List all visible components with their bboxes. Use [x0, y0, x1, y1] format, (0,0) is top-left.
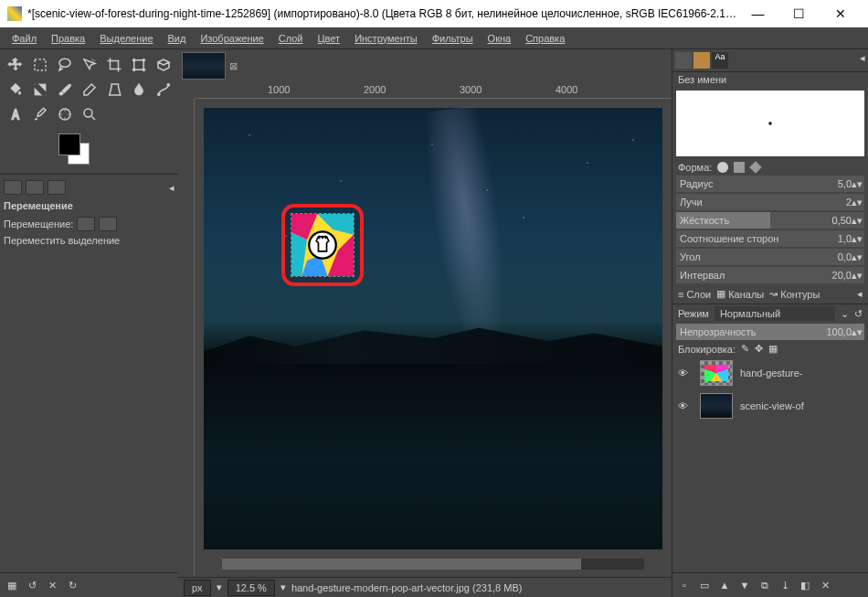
- shape-diamond[interactable]: [750, 161, 763, 174]
- menu-image[interactable]: Изображение: [194, 30, 270, 47]
- document-tab[interactable]: [182, 52, 226, 80]
- mode-reset-icon[interactable]: ↺: [854, 308, 863, 320]
- tab-paths[interactable]: ↝Контуры: [769, 288, 820, 300]
- close-button[interactable]: ✕: [820, 0, 861, 27]
- menu-filters[interactable]: Фильтры: [426, 30, 480, 47]
- hardness-slider[interactable]: Жёсткость0,50▴▾: [676, 212, 864, 229]
- shape-square[interactable]: [734, 162, 745, 173]
- restore-options-icon[interactable]: ↺: [24, 577, 40, 593]
- delete-options-icon[interactable]: ✕: [44, 577, 60, 593]
- duplicate-layer-icon[interactable]: ⧉: [757, 577, 773, 593]
- visibility-icon[interactable]: 👁: [678, 368, 693, 378]
- menu-windows[interactable]: Окна: [482, 30, 518, 47]
- radius-slider[interactable]: Радиус5,0▴▾: [676, 176, 864, 192]
- zoom-level[interactable]: 12.5 %: [228, 580, 275, 596]
- dock-menu-icon[interactable]: ◂: [169, 182, 175, 194]
- transform-tool[interactable]: [127, 53, 151, 77]
- fg-bg-colors[interactable]: [58, 133, 95, 170]
- text-tool[interactable]: [4, 102, 27, 126]
- mode-dropdown-icon[interactable]: ⌄: [841, 308, 849, 320]
- maximize-button[interactable]: ☐: [778, 0, 820, 27]
- layer-name[interactable]: scenic-view-of: [740, 400, 804, 411]
- color-picker-tool[interactable]: [28, 102, 52, 126]
- dock-tab-icon[interactable]: [48, 180, 66, 195]
- move-tool[interactable]: [4, 53, 27, 77]
- mode-selector[interactable]: Нормальный: [715, 306, 835, 321]
- tab-layers[interactable]: ≡Слои: [678, 288, 711, 300]
- layer-thumbnail[interactable]: [700, 393, 733, 419]
- rays-slider[interactable]: Лучи2▴▾: [676, 194, 864, 210]
- fg-color[interactable]: [58, 133, 80, 155]
- menu-file[interactable]: Файл: [5, 30, 43, 47]
- layer-row[interactable]: 👁 hand-gesture-: [672, 357, 868, 389]
- lock-position-icon[interactable]: ✥: [755, 343, 763, 355]
- lasso-tool[interactable]: [53, 53, 77, 77]
- shape-circle[interactable]: [717, 162, 728, 173]
- scrollbar-thumb[interactable]: [222, 559, 581, 570]
- opacity-slider[interactable]: Непрозрачность100,0▴▾: [676, 324, 864, 340]
- new-layer-icon[interactable]: ▫: [676, 577, 693, 593]
- spacing-slider[interactable]: Интервал20,0▴▾: [676, 267, 864, 283]
- clone-tool[interactable]: [102, 78, 126, 101]
- menu-help[interactable]: Справка: [519, 30, 571, 47]
- smudge-tool[interactable]: [127, 78, 151, 101]
- brush-preview[interactable]: [676, 91, 864, 156]
- minimize-button[interactable]: —: [737, 0, 778, 27]
- menu-select[interactable]: Выделение: [93, 30, 159, 47]
- mask-layer-icon[interactable]: ◧: [797, 577, 813, 593]
- zoom-tool[interactable]: [78, 102, 101, 126]
- gradient-tool[interactable]: [28, 78, 52, 101]
- unit-dropdown-icon[interactable]: ▾: [217, 581, 222, 593]
- visibility-icon[interactable]: 👁: [678, 400, 693, 411]
- ruler-horizontal[interactable]: 1000 2000 3000 4000: [195, 82, 672, 99]
- layer-name[interactable]: hand-gesture-: [740, 368, 803, 378]
- menu-view[interactable]: Вид: [162, 30, 193, 47]
- menu-layer[interactable]: Слой: [272, 30, 310, 47]
- angle-slider[interactable]: Угол0,0▴▾: [676, 249, 864, 265]
- tab-channels[interactable]: ▦Каналы: [716, 288, 764, 300]
- menu-tools[interactable]: Инструменты: [348, 30, 424, 47]
- move-path-toggle[interactable]: [99, 217, 117, 231]
- reset-options-icon[interactable]: ↻: [64, 577, 80, 593]
- raise-layer-icon[interactable]: ▲: [716, 577, 733, 593]
- save-options-icon[interactable]: ▦: [4, 577, 20, 593]
- lock-alpha-icon[interactable]: ▦: [768, 343, 778, 355]
- eraser-tool[interactable]: [78, 78, 101, 101]
- status-filename: hand-gesture-modern-pop-art-vector.jpg (…: [291, 582, 523, 593]
- aspect-slider[interactable]: Соотношение сторон1,0▴▾: [676, 230, 864, 247]
- menu-colors[interactable]: Цвет: [311, 30, 346, 47]
- canvas[interactable]: [195, 99, 672, 577]
- ruler-vertical[interactable]: [178, 99, 195, 577]
- brushes-tab-icon[interactable]: [675, 52, 692, 69]
- layer-row[interactable]: 👁 scenic-view-of: [672, 389, 868, 422]
- tab-close-icon[interactable]: ⊠: [229, 60, 238, 72]
- crop-tool[interactable]: [102, 53, 126, 77]
- dock-menu-icon[interactable]: ◂: [860, 52, 865, 69]
- menu-edit[interactable]: Правка: [45, 30, 91, 47]
- layer-thumbnail[interactable]: [700, 360, 733, 386]
- fonts-tab-icon[interactable]: Aa: [712, 52, 728, 69]
- pasted-layer-content[interactable]: [291, 213, 355, 277]
- new-group-icon[interactable]: ▭: [696, 577, 713, 593]
- brush-tool[interactable]: [53, 78, 77, 101]
- dock-tab-icon[interactable]: [4, 180, 22, 195]
- path-tool[interactable]: [152, 78, 175, 101]
- delete-layer-icon[interactable]: ✕: [817, 577, 833, 593]
- bucket-tool[interactable]: [4, 78, 27, 101]
- lower-layer-icon[interactable]: ▼: [736, 577, 753, 593]
- rect-select-tool[interactable]: [28, 53, 52, 77]
- canvas-image[interactable]: [204, 108, 662, 549]
- move-layer-toggle[interactable]: [77, 217, 95, 231]
- dock-menu-icon[interactable]: ◂: [857, 288, 863, 300]
- merge-layer-icon[interactable]: ⤓: [777, 577, 793, 593]
- scrollbar-horizontal[interactable]: [222, 559, 644, 570]
- unit-selector[interactable]: px: [184, 580, 211, 596]
- patterns-tab-icon[interactable]: [693, 52, 710, 69]
- dock-tab-icon[interactable]: [26, 180, 44, 195]
- zoom-dropdown-icon[interactable]: ▾: [281, 581, 286, 593]
- lock-pixels-icon[interactable]: ✎: [741, 343, 749, 355]
- measure-tool[interactable]: [53, 102, 77, 126]
- fuzzy-select-tool[interactable]: [78, 53, 101, 77]
- unified-transform-tool[interactable]: [152, 53, 175, 77]
- pasted-layer-highlight[interactable]: [281, 204, 364, 286]
